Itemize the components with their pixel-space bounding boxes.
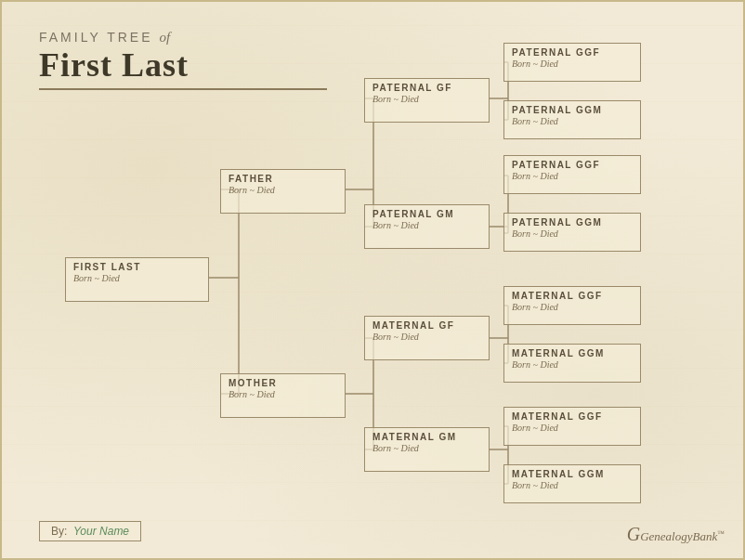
mother-box: MOTHER Born ~ Died (220, 373, 346, 418)
paternal-ggm1-label: PATERNAL GGM (512, 105, 633, 115)
father-box: FATHER Born ~ Died (220, 169, 346, 214)
maternal-ggf2-label: MATERNAL GGF (512, 411, 633, 422)
title-name: First Last (39, 47, 327, 90)
maternal-ggm1-box: MATERNAL GGM Born ~ Died (503, 344, 641, 383)
maternal-gf-label: MATERNAL GF (372, 320, 481, 331)
paternal-ggf1-label: PATERNAL GGF (512, 47, 633, 58)
paternal-ggm1-box: PATERNAL GGM Born ~ Died (503, 100, 641, 139)
paternal-ggf2-label: PATERNAL GGF (512, 160, 633, 170)
paternal-gm-box: PATERNAL GM Born ~ Died (364, 204, 490, 249)
page: FAMILY TREE of First Last (0, 0, 745, 560)
mother-dates: Born ~ Died (229, 389, 337, 399)
root-dates: Born ~ Died (73, 273, 201, 283)
maternal-gm-box: MATERNAL GM Born ~ Died (364, 427, 490, 472)
father-dates: Born ~ Died (229, 185, 337, 195)
maternal-ggm2-dates: Born ~ Died (512, 480, 633, 490)
maternal-ggm2-box: MATERNAL GGM Born ~ Died (503, 464, 641, 503)
maternal-ggm1-label: MATERNAL GGM (512, 348, 633, 358)
root-label: FIRST LAST (73, 262, 201, 272)
maternal-gf-dates: Born ~ Died (372, 332, 481, 342)
paternal-ggm2-dates: Born ~ Died (512, 228, 633, 239)
paternal-ggm1-dates: Born ~ Died (512, 116, 633, 126)
paternal-gf-box: PATERNAL GF Born ~ Died (364, 78, 490, 123)
paternal-ggf1-dates: Born ~ Died (512, 59, 633, 69)
maternal-ggf2-dates: Born ~ Died (512, 423, 633, 433)
maternal-ggf1-label: MATERNAL GGF (512, 291, 633, 301)
paternal-ggm2-label: PATERNAL GGM (512, 217, 633, 228)
paternal-gm-dates: Born ~ Died (372, 220, 481, 230)
maternal-gm-label: MATERNAL GM (372, 432, 481, 442)
genealogy-bank-logo: GGenealogyBank™ (627, 524, 725, 545)
mother-label: MOTHER (229, 378, 337, 388)
father-label: FATHER (229, 174, 337, 184)
root-box: FIRST LAST Born ~ Died (65, 257, 209, 302)
maternal-ggm1-dates: Born ~ Died (512, 359, 633, 370)
maternal-gm-dates: Born ~ Died (372, 443, 481, 453)
paternal-ggf2-box: PATERNAL GGF Born ~ Died (503, 155, 641, 194)
title-area: FAMILY TREE of First Last (39, 30, 327, 90)
maternal-gf-box: MATERNAL GF Born ~ Died (364, 316, 490, 360)
paternal-ggf1-box: PATERNAL GGF Born ~ Died (503, 43, 641, 82)
by-name: Your Name (73, 525, 129, 538)
paternal-gf-dates: Born ~ Died (372, 94, 481, 104)
maternal-ggf2-box: MATERNAL GGF Born ~ Died (503, 407, 641, 446)
by-line: By: Your Name (39, 521, 141, 541)
maternal-ggf1-dates: Born ~ Died (512, 302, 633, 312)
paternal-ggf2-dates: Born ~ Died (512, 171, 633, 181)
by-label: By: (51, 525, 67, 538)
maternal-ggf1-box: MATERNAL GGF Born ~ Died (503, 286, 641, 325)
title-subtitle: FAMILY TREE of (39, 30, 327, 46)
maternal-ggm2-label: MATERNAL GGM (512, 469, 633, 479)
paternal-gf-label: PATERNAL GF (372, 83, 481, 93)
paternal-ggm2-box: PATERNAL GGM Born ~ Died (503, 213, 641, 252)
paternal-gm-label: PATERNAL GM (372, 209, 481, 219)
